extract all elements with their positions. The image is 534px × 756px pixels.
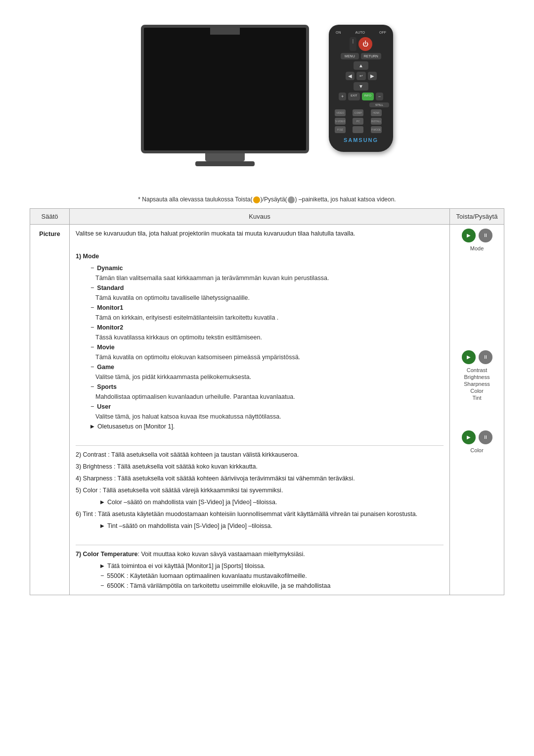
monitor2-desc: Tässä kuvatilassa kirkkaus on optimoitu …: [95, 332, 444, 342]
mode-standard: Standard: [90, 283, 444, 293]
empty-btn: [353, 126, 363, 133]
install-btn[interactable]: INSTALL: [371, 118, 382, 125]
section5: 5) Color : Tällä asetuksella voit säätää…: [76, 485, 444, 495]
section7: 7) Color Temperature: Voit muuttaa koko …: [76, 549, 444, 559]
default-note: Oletusasetus on [Monitor 1].: [90, 422, 444, 431]
colortemp-label: Color: [470, 447, 483, 453]
main-table: Säätö Kuvaus Toista/Pysäytä Picture Vali…: [30, 208, 504, 595]
page: ON AUTO OFF | ⏻ MENU RETURN ▲ ◀ ↩ ▶ ▼: [0, 0, 534, 610]
instruction-end: ) –painiketta, jos haluat katsoa videon.: [295, 196, 396, 203]
down-btn[interactable]: ▼: [354, 82, 368, 91]
nav-down-row: ▼: [333, 82, 389, 91]
dynamic-desc: Tämän tilan valitsemalla saat kirkkaamma…: [95, 273, 444, 283]
mode-dynamic: Dynamic: [90, 263, 444, 273]
contrast-pause-icon[interactable]: ⏸: [479, 350, 492, 364]
colortemp-play-icon[interactable]: ▶: [462, 430, 476, 444]
monitor1-label: Monitor1: [97, 304, 123, 311]
on-label: ON: [336, 31, 341, 34]
monitor-image: [141, 25, 309, 166]
section7-5500: 5500K : Käytetään luomaan optimaalinen k…: [100, 571, 444, 581]
dynamic-label: Dynamic: [97, 265, 123, 272]
still-btn[interactable]: STILL: [369, 102, 389, 107]
colortemp-pause-icon[interactable]: ⏸: [479, 430, 492, 444]
movie-label: Movie: [97, 344, 114, 351]
menu-return-row: MENU RETURN: [333, 53, 389, 59]
right-btn[interactable]: ▶: [368, 72, 377, 80]
pmode-btn[interactable]: P.MODE: [371, 126, 382, 133]
menu-btn[interactable]: MENU: [341, 53, 359, 59]
vol-minus-btn[interactable]: −: [376, 93, 383, 100]
contrast-play-icon[interactable]: ▶: [462, 350, 476, 364]
video-btn[interactable]: VIDEO: [335, 109, 346, 116]
auto-label: AUTO: [356, 31, 365, 34]
instruction-mid: )/Pysäytä(: [261, 196, 287, 203]
monitor1-desc: Tämä on kirkkain, erityisesti esitelmäti…: [95, 313, 444, 323]
user-label: User: [97, 403, 111, 410]
remote-control: ON AUTO OFF | ⏻ MENU RETURN ▲ ◀ ↩ ▶ ▼: [329, 25, 393, 152]
mode-icon-label: Mode: [470, 245, 484, 251]
vol-plus-btn[interactable]: +: [339, 93, 346, 100]
sports-label: Sports: [97, 383, 117, 390]
section7-5500-text: 5500K : Käytetään luomaan optimaalinen k…: [107, 571, 307, 581]
section6-bullet: Tint –säätö on mahdollista vain [S-Video…: [100, 521, 444, 531]
picture-content: Valitse se kuvaruudun tila, jota haluat …: [70, 224, 450, 595]
sharpness-label: Sharpness: [464, 381, 490, 387]
svideo-btn[interactable]: S-VIDEO: [335, 118, 346, 125]
standby-btn[interactable]: |: [350, 37, 356, 51]
color-label: Color: [470, 388, 483, 394]
comp-btn[interactable]: COMP: [353, 109, 363, 116]
mode-icon-pair: ▶ ⏸: [462, 229, 492, 242]
standard-label: Standard: [97, 284, 124, 291]
mode-user: User: [90, 402, 444, 412]
exit-btn[interactable]: EXIT: [348, 93, 359, 100]
section7-6500: 6500K : Tämä värilämpötila on tarkoitett…: [100, 581, 444, 591]
section2: 2) Contrast : Tällä asetuksella voit sää…: [76, 450, 444, 460]
source-grid: VIDEO COMP HDMI S-VIDEO PC INSTALL P.SIZ…: [333, 109, 389, 133]
mode-play-icon[interactable]: ▶: [462, 229, 476, 242]
tint-label: Tint: [473, 395, 482, 401]
picture-intro: Valitse se kuvaruudun tila, jota haluat …: [76, 229, 444, 238]
section6: 6) Tint : Tätä asetusta käytetään muodos…: [76, 509, 444, 519]
toista-column: ▶ ⏸ Mode ▶ ⏸ Contrast Brightness Shar: [450, 224, 504, 595]
section7-bullet-text: Tätä toimintoa ei voi käyttää [Monitor1]…: [107, 561, 266, 571]
header-kuvaus: Kuvaus: [70, 208, 450, 224]
default-note-text: Oletusasetus on [Monitor 1].: [97, 422, 175, 431]
section3: 3) Brightness : Tällä asetuksella voit s…: [76, 462, 444, 472]
mode-monitor2: Monitor2: [90, 323, 444, 332]
section5-bullet: Color –säätö on mahdollista vain [S-Vide…: [100, 497, 444, 507]
pause-icon: [288, 196, 295, 203]
header-toista: Toista/Pysäytä: [450, 208, 504, 224]
nav-up-row: ▲: [333, 61, 389, 70]
contrast-icon-pair: ▶ ⏸: [462, 350, 492, 364]
info-btn[interactable]: INFO: [362, 93, 374, 100]
up-btn[interactable]: ▲: [354, 61, 368, 70]
section7-desc: : Voit muuttaa koko kuvan sävyä vastaama…: [138, 551, 305, 558]
mode-monitor1: Monitor1: [90, 303, 444, 313]
mode-sports: Sports: [90, 382, 444, 392]
mode-movie: Movie: [90, 342, 444, 352]
instruction-prefix: * Napsauta alla olevassa taulukossa Tois…: [138, 196, 252, 203]
instruction-line: * Napsauta alla olevassa taulukossa Tois…: [30, 196, 504, 203]
game-desc: Valitse tämä, jos pidät kirkkaammasta pe…: [95, 372, 444, 382]
monitor2-label: Monitor2: [97, 324, 123, 331]
section4: 4) Sharpness : Tällä asetuksella voit sä…: [76, 473, 444, 483]
pc-btn[interactable]: PC: [353, 118, 363, 125]
play-icon: [253, 196, 260, 203]
mode-pause-icon[interactable]: ⏸: [479, 229, 492, 242]
samsung-logo: SAMSUNG: [344, 137, 378, 143]
off-label: OFF: [379, 31, 386, 34]
header-saato: Säätö: [30, 208, 70, 224]
return-btn[interactable]: RETURN: [361, 53, 381, 59]
standard-desc: Tämä kuvatila on optimoitu tavalliselle …: [95, 293, 444, 303]
hdmi-btn[interactable]: HDMI: [371, 109, 382, 116]
table-header-row: Säätö Kuvaus Toista/Pysäytä: [30, 208, 504, 224]
section7-bullet: Tätä toimintoa ei voi käyttää [Monitor1]…: [100, 561, 444, 571]
contrast-label: Contrast: [467, 367, 488, 373]
psiz-btn[interactable]: P.SIZ: [335, 126, 346, 133]
vol-row: + EXIT INFO −: [333, 93, 389, 100]
section1-title: 1) Mode: [76, 251, 444, 261]
power-btn[interactable]: ⏻: [358, 37, 372, 51]
user-desc: Valitse tämä, jos haluat katsoa kuvaa it…: [95, 412, 444, 422]
left-btn[interactable]: ◀: [346, 72, 355, 80]
enter-btn[interactable]: ↩: [356, 72, 366, 80]
